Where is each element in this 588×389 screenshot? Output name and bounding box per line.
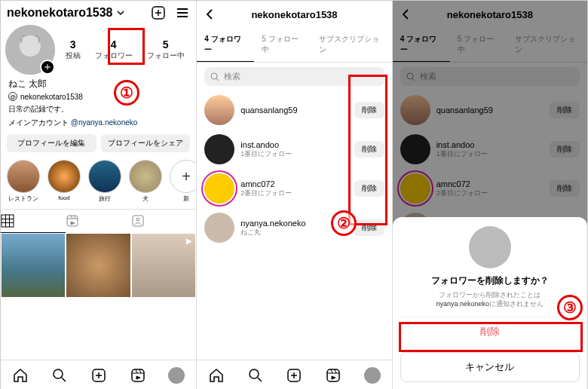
follower-row[interactable]: amnc0722番目にフォロー 削除 — [197, 169, 391, 208]
highlights-row[interactable]: レストラン food 旅行 犬 +新 — [1, 157, 196, 206]
create-post-icon[interactable] — [151, 5, 166, 20]
main-account: メインアカウント @nyanya.nekoneko — [1, 116, 196, 130]
nav-profile-icon[interactable] — [364, 367, 381, 384]
nav-create-icon[interactable] — [90, 367, 107, 384]
threads-link[interactable]: @ nekonekotaro1538 — [1, 90, 196, 103]
user-avatar[interactable] — [204, 213, 234, 243]
username: nekonekotaro1538 — [7, 6, 113, 20]
nav-profile-icon[interactable] — [168, 367, 185, 384]
svg-point-7 — [54, 369, 63, 378]
main-account-link[interactable]: @nyanya.nekoneko — [71, 118, 138, 127]
highlight-item[interactable]: 旅行 — [88, 160, 121, 203]
reel-badge-icon: ▶ — [186, 237, 192, 245]
chevron-down-icon — [116, 8, 125, 17]
post-thumb[interactable] — [66, 233, 130, 298]
tab-subscriptions[interactable]: サブスクリプション — [311, 28, 391, 62]
svg-rect-3 — [2, 215, 14, 227]
nav-create-icon[interactable] — [286, 367, 302, 384]
threads-icon: @ — [8, 92, 17, 101]
nav-home-icon[interactable] — [12, 367, 29, 384]
post-thumb[interactable]: ▶ — [131, 233, 196, 298]
nav-reels-icon[interactable] — [325, 367, 341, 384]
search-icon — [210, 72, 219, 81]
search-input[interactable]: 検索 — [204, 67, 384, 86]
confirm-sheet: フォロワーを削除しますか？ フォロワーから削除されたことは nyanya.nek… — [393, 217, 587, 389]
tab-followers[interactable]: 4 フォロワー — [197, 28, 254, 62]
user-avatar[interactable] — [204, 173, 234, 204]
tab-following[interactable]: 5 フォロー中 — [254, 28, 311, 62]
follower-row[interactable]: inst.andoo1番目にフォロー 削除 — [197, 130, 391, 169]
remove-button[interactable]: 削除 — [354, 141, 384, 158]
display-name: ねこ 太郎 — [1, 75, 196, 90]
edit-profile-button[interactable]: プロフィールを編集 — [7, 134, 96, 152]
post-thumb[interactable] — [1, 233, 66, 298]
nav-home-icon[interactable] — [208, 367, 225, 384]
svg-point-6 — [136, 218, 139, 221]
stat-posts[interactable]: 3 投稿 — [66, 38, 81, 61]
remove-button[interactable]: 削除 — [354, 180, 384, 197]
panel-profile: nekonekotaro1538 ＋ 3 投稿 4 フォロワー 5 フォロー中 — [1, 1, 196, 389]
confirm-delete-button[interactable]: 削除 — [400, 317, 580, 346]
bottom-nav — [1, 360, 196, 389]
cancel-button[interactable]: キャンセル — [400, 352, 580, 382]
profile-avatar[interactable]: ＋ — [5, 25, 55, 75]
username-dropdown[interactable]: nekonekotaro1538 — [7, 6, 125, 20]
svg-point-11 — [250, 369, 259, 378]
highlight-item[interactable]: food — [47, 160, 81, 201]
add-story-icon[interactable]: ＋ — [40, 60, 55, 75]
follower-row[interactable]: nyanya.nekonekoねこ丸 削除 — [197, 208, 391, 247]
stat-following[interactable]: 5 フォロー中 — [147, 38, 185, 61]
menu-icon[interactable] — [175, 5, 190, 20]
bio: 日常の記録です。 — [1, 103, 196, 116]
nav-search-icon[interactable] — [247, 367, 264, 384]
bottom-nav — [197, 360, 391, 389]
svg-point-10 — [211, 73, 217, 79]
tab-tagged[interactable] — [131, 210, 196, 233]
stat-followers[interactable]: 4 フォロワー — [95, 38, 133, 61]
svg-rect-13 — [327, 369, 339, 381]
svg-rect-9 — [132, 369, 144, 381]
remove-button[interactable]: 削除 — [354, 219, 384, 236]
user-avatar[interactable] — [204, 134, 234, 164]
user-avatar[interactable] — [204, 95, 234, 125]
sheet-description: フォロワーから削除されたことは nyanya.nekonekoに通知されません — [400, 290, 580, 309]
back-icon[interactable] — [203, 8, 216, 21]
highlight-item[interactable]: 犬 — [129, 160, 162, 203]
nav-search-icon[interactable] — [51, 367, 68, 384]
highlight-new[interactable]: +新 — [170, 160, 196, 203]
nav-reels-icon[interactable] — [130, 367, 146, 384]
remove-button[interactable]: 削除 — [354, 102, 384, 118]
panel-followers: nekonekotaro1538 4 フォロワー 5 フォロー中 サブスクリプシ… — [196, 1, 391, 389]
tab-reels[interactable] — [66, 210, 130, 233]
sheet-title: フォロワーを削除しますか？ — [400, 274, 580, 287]
share-profile-button[interactable]: プロフィールをシェア — [101, 134, 191, 152]
panel-confirm: nekonekotaro1538 4 フォロワー 5 フォロー中 サブスクリプシ… — [392, 1, 587, 389]
follower-row[interactable]: quansanlang59 削除 — [197, 90, 391, 130]
sheet-avatar — [469, 226, 511, 268]
tab-grid[interactable] — [1, 210, 66, 233]
header-title: nekonekotaro1538 — [251, 9, 337, 20]
svg-rect-4 — [67, 216, 78, 226]
highlight-item[interactable]: レストラン — [7, 160, 40, 203]
